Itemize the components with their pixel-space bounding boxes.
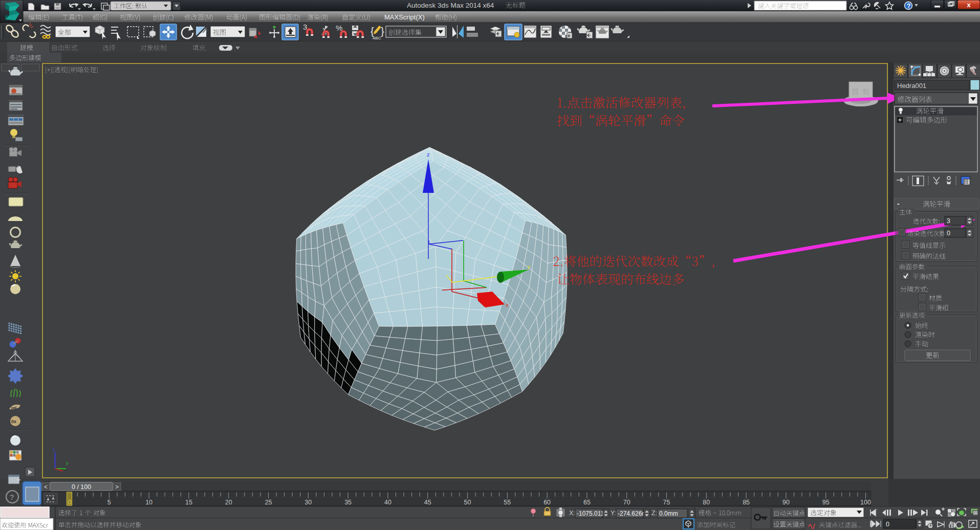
svg-text:90: 90 bbox=[782, 499, 790, 506]
svg-text:85: 85 bbox=[743, 499, 750, 506]
svg-text:Z:: Z: bbox=[651, 510, 657, 517]
svg-text:<: < bbox=[44, 483, 48, 491]
svg-text:?: ? bbox=[10, 493, 14, 501]
svg-text:35: 35 bbox=[344, 499, 352, 506]
svg-text:40: 40 bbox=[384, 499, 391, 506]
svg-text:-1075.011: -1075.011 bbox=[577, 510, 604, 517]
svg-text:5: 5 bbox=[107, 499, 111, 506]
svg-text:?: ? bbox=[907, 3, 910, 10]
svg-text:MAXScript(X): MAXScript(X) bbox=[384, 13, 425, 21]
svg-text:Hedra001: Hedra001 bbox=[897, 82, 926, 90]
svg-text:z: z bbox=[53, 447, 55, 452]
svg-text:0x: 0x bbox=[11, 419, 16, 424]
svg-text:80: 80 bbox=[703, 499, 710, 506]
svg-text:55: 55 bbox=[504, 499, 511, 506]
svg-text:25: 25 bbox=[265, 499, 272, 506]
svg-text:Autodesk 3ds Max 2014 x64: Autodesk 3ds Max 2014 x64 bbox=[407, 2, 494, 9]
svg-text:X:: X: bbox=[569, 510, 575, 517]
svg-text:x: x bbox=[967, 1, 971, 9]
svg-text:y: y bbox=[66, 460, 69, 466]
svg-text:ABC: ABC bbox=[373, 36, 381, 40]
svg-text:100: 100 bbox=[860, 499, 871, 506]
svg-text:75: 75 bbox=[663, 499, 670, 506]
svg-text:-: - bbox=[897, 200, 900, 208]
svg-text:Y:: Y: bbox=[611, 510, 616, 517]
svg-text:65: 65 bbox=[583, 499, 591, 506]
svg-text:0: 0 bbox=[886, 521, 889, 528]
svg-text:15: 15 bbox=[185, 499, 192, 506]
svg-text:HF: HF bbox=[11, 406, 17, 411]
svg-text:30: 30 bbox=[304, 499, 312, 506]
svg-text:60: 60 bbox=[543, 499, 551, 506]
svg-text:>: > bbox=[115, 483, 119, 491]
svg-text:45: 45 bbox=[424, 499, 431, 506]
svg-text:3: 3 bbox=[947, 217, 950, 225]
svg-text:0.0mm: 0.0mm bbox=[659, 510, 678, 517]
svg-text:z: z bbox=[427, 151, 430, 158]
svg-text:95: 95 bbox=[822, 499, 830, 506]
svg-text:x: x bbox=[505, 302, 509, 308]
svg-text:20: 20 bbox=[225, 499, 232, 506]
svg-text:0: 0 bbox=[947, 230, 950, 237]
svg-text:0: 0 bbox=[68, 499, 72, 506]
svg-text:50: 50 bbox=[464, 499, 471, 506]
svg-text:0 / 100: 0 / 100 bbox=[72, 483, 91, 491]
svg-text:{: { bbox=[371, 26, 374, 37]
svg-text:10: 10 bbox=[145, 499, 153, 506]
svg-text:-274.626m: -274.626m bbox=[618, 510, 647, 517]
svg-text:70: 70 bbox=[623, 499, 630, 506]
